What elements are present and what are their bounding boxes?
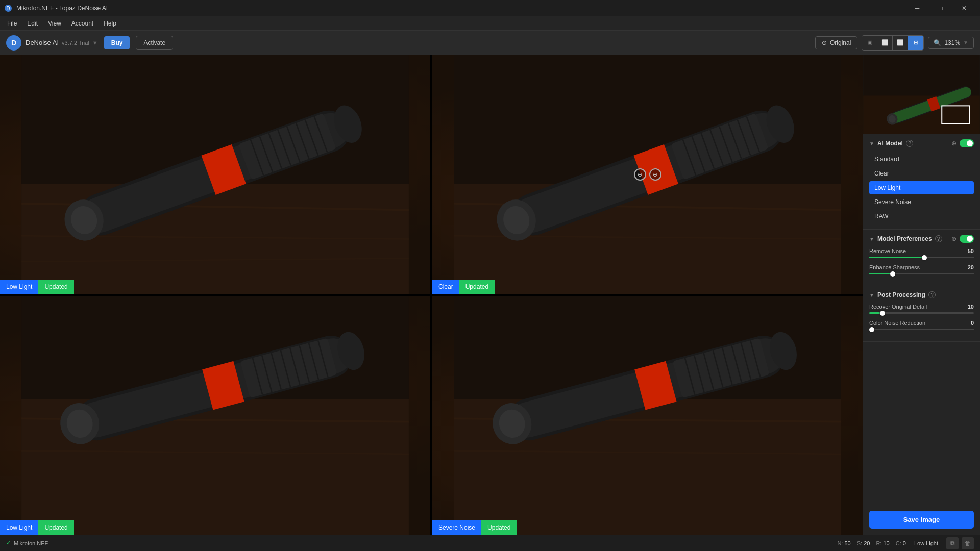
color-noise-track[interactable] xyxy=(869,329,974,330)
view-single-button[interactable]: ▣ xyxy=(862,36,877,50)
model-pref-toggle[interactable] xyxy=(960,235,974,243)
model-option-standard[interactable]: Standard xyxy=(869,153,974,166)
panel-grid: Low Light Updated xyxy=(0,55,863,535)
stat-r: R: 10 xyxy=(876,540,889,546)
post-processing-header[interactable]: ▼ Post Processing ? xyxy=(869,291,974,298)
panel-label-bottom-right: Severe Noise Updated xyxy=(432,520,863,535)
color-noise-label: Color Noise Reduction xyxy=(869,320,925,326)
dropdown-arrow-icon: ▼ xyxy=(92,40,98,46)
status-delete-button[interactable]: 🗑 xyxy=(962,537,974,549)
zoom-dropdown-icon: ▼ xyxy=(963,40,968,45)
ai-model-options: Standard Clear Low Light Severe Noise RA… xyxy=(869,153,974,223)
logo-area: D DeNoise AI v3.7.2 Trial ▼ xyxy=(6,35,98,51)
logo-letter: D xyxy=(11,39,16,47)
stat-n-value: 50 xyxy=(844,540,850,546)
original-button[interactable]: ⊙ Original xyxy=(815,36,857,49)
color-noise-thumb[interactable] xyxy=(869,327,874,332)
panel-top-left: Low Light Updated xyxy=(0,55,430,294)
recover-detail-track[interactable] xyxy=(869,312,974,314)
maximize-button[interactable]: □ xyxy=(929,0,952,16)
enhance-sharpness-label: Enhance Sharpness xyxy=(869,264,920,270)
panel-status-top-left: Updated xyxy=(38,280,74,294)
model-pref-collapse-icon: ▼ xyxy=(869,236,874,242)
model-preferences-title: Model Preferences xyxy=(877,235,932,242)
panel-model-top-right: Clear xyxy=(432,280,459,294)
panel-status-bottom-left: Updated xyxy=(38,520,74,535)
close-button[interactable]: ✕ xyxy=(952,0,976,16)
panel-label-top-right: Clear Updated xyxy=(432,280,863,294)
panel-top-right: ⊖ ⊕ Clear Updated xyxy=(432,55,863,294)
svg-text:D: D xyxy=(6,6,10,11)
enhance-sharpness-value: 20 xyxy=(968,264,974,270)
model-option-low-light[interactable]: Low Light xyxy=(869,181,974,194)
toolbar: D DeNoise AI v3.7.2 Trial ▼ Buy Activate… xyxy=(0,31,980,55)
post-proc-collapse-icon: ▼ xyxy=(869,292,874,298)
enhance-sharpness-row: Enhance Sharpness 20 xyxy=(869,264,974,274)
ai-model-section: ▼ AI Model ? ⊕ Standard Clear Low Light … xyxy=(863,134,980,230)
status-file-area: ✓ Mikrofon.NEF xyxy=(6,540,48,546)
stat-s: S: 20 xyxy=(857,540,870,546)
view-quad-button[interactable]: ⊞ xyxy=(908,36,923,50)
canvas-area[interactable]: Low Light Updated xyxy=(0,55,863,535)
stat-n: N: 50 xyxy=(837,540,850,546)
menu-help[interactable]: Help xyxy=(99,18,121,29)
color-noise-reduction-row: Color Noise Reduction 0 xyxy=(869,320,974,330)
thumbnail-image xyxy=(863,55,980,134)
remove-noise-label: Remove Noise xyxy=(869,248,906,254)
right-panel: ▼ AI Model ? ⊕ Standard Clear Low Light … xyxy=(863,55,980,535)
app-name: DeNoise AI xyxy=(26,39,59,46)
enhance-sharpness-track[interactable] xyxy=(869,273,974,274)
recover-detail-value: 10 xyxy=(968,304,974,310)
status-actions: ⧉ 🗑 xyxy=(946,537,974,549)
status-bar: ✓ Mikrofon.NEF N: 50 S: 20 R: 10 C: 0 Lo… xyxy=(0,535,980,551)
ai-model-help-icon[interactable]: ? xyxy=(906,140,913,147)
model-option-clear[interactable]: Clear xyxy=(869,167,974,180)
stat-c-value: 0 xyxy=(903,540,906,546)
model-option-raw[interactable]: RAW xyxy=(869,210,974,223)
ai-model-pin-icon[interactable]: ⊕ xyxy=(951,140,957,147)
status-model: Low Light xyxy=(914,540,938,546)
eye-icon: ⊙ xyxy=(822,39,827,46)
recover-detail-row: Recover Original Detail 10 xyxy=(869,304,974,314)
menu-account[interactable]: Account xyxy=(66,18,99,29)
panel-label-top-left: Low Light Updated xyxy=(0,280,430,294)
zoom-out-icon[interactable]: ⊖ xyxy=(634,168,646,181)
activate-button[interactable]: Activate xyxy=(136,36,173,50)
post-proc-help-icon[interactable]: ? xyxy=(928,291,936,298)
remove-noise-row: Remove Noise 50 xyxy=(869,248,974,258)
buy-button[interactable]: Buy xyxy=(104,36,130,49)
enhance-sharpness-thumb[interactable] xyxy=(890,271,895,277)
save-image-button[interactable]: Save Image xyxy=(869,511,974,529)
recover-detail-thumb[interactable] xyxy=(880,311,885,316)
stat-r-value: 10 xyxy=(883,540,889,546)
status-stats: N: 50 S: 20 R: 10 C: 0 xyxy=(837,540,906,546)
menu-edit[interactable]: Edit xyxy=(22,18,43,29)
stat-c: C: 0 xyxy=(896,540,906,546)
model-pref-pin-icon[interactable]: ⊕ xyxy=(951,235,957,242)
menu-bar: File Edit View Account Help xyxy=(0,16,980,31)
ai-model-toggle[interactable] xyxy=(960,139,974,147)
title-bar-left: D Mikrofon.NEF - Topaz DeNoise AI xyxy=(4,4,108,12)
zoom-in-icon[interactable]: ⊕ xyxy=(649,168,662,181)
panel-bottom-left: Low Light Updated xyxy=(0,296,430,535)
remove-noise-track[interactable] xyxy=(869,257,974,258)
menu-file[interactable]: File xyxy=(2,18,22,29)
image-bottom-left xyxy=(0,296,430,535)
model-preferences-header[interactable]: ▼ Model Preferences ? ⊕ xyxy=(869,235,974,243)
view-split-h-button[interactable]: ⬜ xyxy=(877,36,893,50)
model-pref-help-icon[interactable]: ? xyxy=(935,235,942,242)
minimize-button[interactable]: ─ xyxy=(905,0,929,16)
remove-noise-thumb[interactable] xyxy=(922,255,927,260)
original-label: Original xyxy=(830,39,851,46)
recover-detail-fill xyxy=(869,312,880,314)
status-copy-button[interactable]: ⧉ xyxy=(946,537,959,549)
ai-model-header[interactable]: ▼ AI Model ? ⊕ xyxy=(869,139,974,147)
app-logo: D xyxy=(6,35,21,51)
menu-view[interactable]: View xyxy=(43,18,66,29)
main-area: Low Light Updated xyxy=(0,55,980,535)
title-bar: D Mikrofon.NEF - Topaz DeNoise AI ─ □ ✕ xyxy=(0,0,980,16)
model-option-severe-noise[interactable]: Severe Noise xyxy=(869,195,974,209)
view-split-v-button[interactable]: ⬜ xyxy=(893,36,908,50)
panel-label-bottom-left: Low Light Updated xyxy=(0,520,430,535)
image-top-left xyxy=(0,55,430,294)
